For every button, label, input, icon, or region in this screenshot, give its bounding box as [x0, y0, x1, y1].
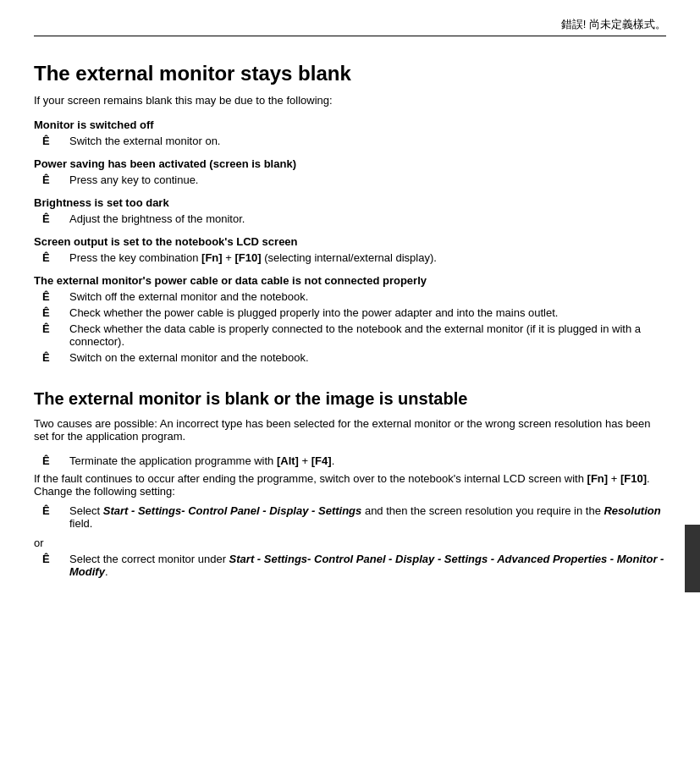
header-error-text: 錯誤! 尚未定義樣式。 — [34, 17, 666, 36]
bullet-text: Switch the external monitor on. — [69, 135, 666, 147]
bullet-char: Ê — [42, 251, 66, 264]
bullet-text: Check whether the power cable is plugged… — [69, 306, 666, 319]
bullet-text: Adjust the brightness of the monitor. — [69, 212, 666, 225]
subsection-monitor-off: Monitor is switched off — [34, 118, 666, 131]
list-item: Ê Check whether the power cable is plugg… — [42, 306, 666, 319]
bullet-char: Ê — [42, 173, 66, 186]
right-tab-marker — [685, 525, 700, 592]
bullet-char: Ê — [42, 306, 66, 319]
bullet-text: Terminate the application programme with… — [69, 454, 666, 467]
list-item: Ê Select the correct monitor under Start… — [42, 553, 666, 578]
section2-intro: Two causes are possible: An incorrect ty… — [34, 417, 666, 443]
bullet-text: Select Start - Settings- Control Panel -… — [69, 504, 666, 530]
list-item: Ê Check whether the data cable is proper… — [42, 322, 666, 348]
list-item: Ê Press any key to continue. — [42, 173, 666, 186]
list-item: Ê Adjust the brightness of the monitor. — [42, 212, 666, 225]
bullet-text: Switch on the external monitor and the n… — [69, 351, 666, 364]
bullet-char: Ê — [42, 290, 66, 303]
list-item: Ê Switch the external monitor on. — [42, 135, 666, 147]
subsection-brightness: Brightness is set too dark — [34, 196, 666, 209]
list-item: Ê Select Start - Settings- Control Panel… — [42, 504, 666, 530]
bullet-text: Check whether the data cable is properly… — [69, 322, 666, 348]
section1-title: The external monitor stays blank — [34, 62, 666, 85]
list-item: Ê Switch off the external monitor and th… — [42, 290, 666, 303]
bullet-char: Ê — [42, 135, 66, 147]
or-label: or — [34, 537, 666, 549]
subsection-screen-output: Screen output is set to the notebook's L… — [34, 235, 666, 248]
bullet-text: Press any key to continue. — [69, 173, 666, 186]
list-item: Ê Terminate the application programme wi… — [42, 454, 666, 467]
bullet-char: Ê — [42, 322, 66, 335]
list-item: Ê Switch on the external monitor and the… — [42, 351, 666, 364]
bullet-text: Switch off the external monitor and the … — [69, 290, 666, 303]
list-item: Ê Press the key combination [Fn] + [F10]… — [42, 251, 666, 264]
subsection-power-cable: The external monitor's power cable or da… — [34, 274, 666, 287]
section1-intro: If your screen remains blank this may be… — [34, 94, 666, 107]
bullet-char: Ê — [42, 212, 66, 225]
section2-para: If the fault continues to occur after en… — [34, 472, 666, 498]
bullet-char: Ê — [42, 454, 66, 467]
section2-title: The external monitor is blank or the ima… — [34, 389, 666, 409]
bullet-char: Ê — [42, 553, 66, 565]
bullet-char: Ê — [42, 351, 66, 364]
bullet-char: Ê — [42, 504, 66, 517]
bullet-text: Select the correct monitor under Start -… — [69, 553, 666, 578]
bullet-text: Press the key combination [Fn] + [F10] (… — [69, 251, 666, 264]
subsection-power-saving: Power saving has been activated (screen … — [34, 157, 666, 170]
